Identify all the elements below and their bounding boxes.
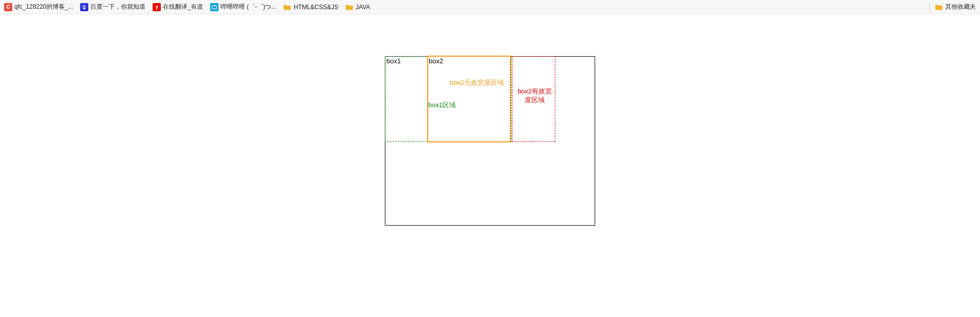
bookmarks-left: C qfc_128220的博客_... 百度一下，你就知道 y 在线翻译_有道 … — [4, 3, 370, 11]
bilibili-icon — [210, 3, 218, 11]
svg-point-2 — [84, 5, 85, 6]
bookmark-label: 百度一下，你就知道 — [90, 3, 145, 11]
folder-icon — [346, 3, 354, 11]
box2-invalid-width-label: box2无效宽度区域 — [450, 78, 504, 87]
diagram-container: box1 box2 box1区域 box2无效宽度区域 box2有效宽度区域 — [385, 56, 595, 226]
box1-area-label: box1区域 — [428, 101, 456, 110]
bookmark-item-blog[interactable]: C qfc_128220的博客_... — [4, 3, 73, 11]
box2-invalid-width-outline — [427, 56, 511, 142]
bookmark-item-baidu[interactable]: 百度一下，你就知道 — [80, 3, 145, 11]
bookmark-folder-java[interactable]: JAVA — [346, 3, 370, 11]
bookmark-folder-htmlcssjs[interactable]: HTML&CSS&JS — [283, 3, 338, 11]
bookmark-label: JAVA — [356, 4, 370, 11]
bookmarks-bar: C qfc_128220的博客_... 百度一下，你就知道 y 在线翻译_有道 … — [0, 0, 980, 14]
baidu-icon — [80, 3, 88, 11]
bookmark-label: 哔哩哔哩 (゜-゜)つ... — [220, 3, 276, 11]
box1-region-outline — [385, 56, 511, 142]
bookmark-label: HTML&CSS&JS — [293, 4, 338, 11]
svg-rect-4 — [212, 6, 217, 9]
bookmark-label: qfc_128220的博客_... — [14, 3, 73, 11]
svg-point-3 — [83, 7, 86, 9]
box2-valid-width-label: box2有效宽度区域 — [516, 87, 554, 105]
bookmark-other-folder[interactable]: 其他收藏夹 — [935, 3, 976, 11]
svg-point-1 — [85, 6, 86, 7]
box1-label: box1 — [386, 57, 401, 65]
separator — [929, 3, 930, 11]
folder-icon — [283, 3, 291, 11]
bookmarks-right: 其他收藏夹 — [927, 3, 976, 11]
bookmark-label: 其他收藏夹 — [945, 3, 976, 11]
bookmark-label: 在线翻译_有道 — [163, 3, 203, 11]
c-icon: C — [4, 3, 12, 11]
svg-point-0 — [83, 6, 84, 7]
folder-icon — [935, 3, 943, 11]
bookmark-item-youdao[interactable]: y 在线翻译_有道 — [153, 3, 203, 11]
page-content: box1 box2 box1区域 box2无效宽度区域 box2有效宽度区域 — [0, 14, 980, 317]
box2-label: box2 — [429, 57, 443, 65]
y-icon: y — [153, 3, 161, 11]
bookmark-item-bilibili[interactable]: 哔哩哔哩 (゜-゜)つ... — [210, 3, 276, 11]
